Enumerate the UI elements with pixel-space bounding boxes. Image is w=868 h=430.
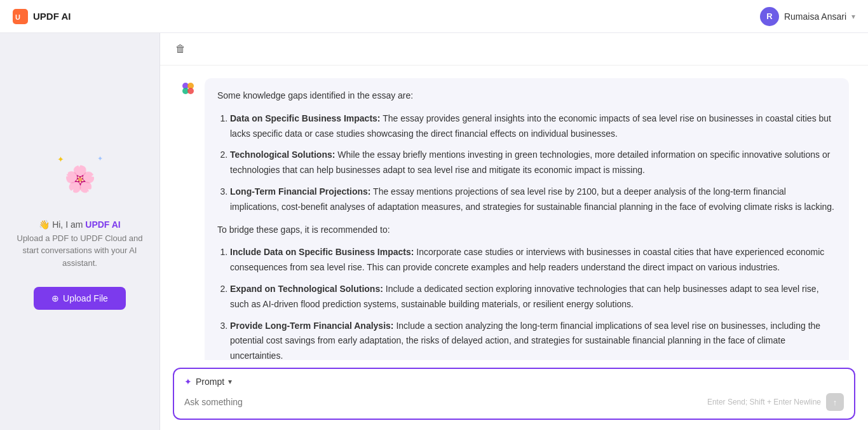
- user-name: Rumaisa Ansari: [784, 11, 846, 22]
- greeting-text: 👋 Hi, I am UPDF AI: [39, 219, 121, 230]
- chat-input-area: ✦ Prompt ▾ Enter Send; Shift + Enter New…: [160, 360, 868, 430]
- upload-file-button[interactable]: ⊕ Upload File: [34, 287, 126, 310]
- input-top-row: ✦ Prompt ▾: [184, 377, 844, 387]
- recommendations-list: Include Data on Specific Business Impact…: [217, 245, 836, 360]
- list-item: Long-Term Financial Projections: The ess…: [230, 184, 836, 215]
- upload-icon: ⊕: [51, 293, 59, 303]
- list-item: Expand on Technological Solutions: Inclu…: [230, 282, 836, 312]
- chevron-down-icon: ▾: [851, 12, 855, 21]
- list-item: Provide Long-Term Financial Analysis: In…: [230, 319, 836, 360]
- list-item: Data on Specific Business Impacts: The e…: [230, 111, 836, 142]
- gap-title-1: Data on Specific Business Impacts:: [230, 113, 381, 123]
- intro-text: Some knowledge gaps identified in the es…: [217, 88, 836, 104]
- gap-title-3: Long-Term Financial Projections:: [230, 186, 370, 197]
- message-body: Some knowledge gaps identified in the es…: [205, 78, 849, 360]
- knowledge-gaps-list: Data on Specific Business Impacts: The e…: [217, 111, 836, 215]
- ai-icon-container: ✦ ✦ 🌸: [55, 153, 105, 204]
- ai-message: Some knowledge gaps identified in the es…: [179, 78, 849, 360]
- logo: U UPDF AI: [13, 9, 71, 24]
- chat-messages[interactable]: Some knowledge gaps identified in the es…: [160, 66, 868, 360]
- sparkle-top-right-icon: ✦: [97, 155, 103, 163]
- prompt-dropdown-button[interactable]: ▾: [228, 377, 232, 386]
- chat-container: 🗑 Some knowledge gaps identified in the: [160, 33, 868, 430]
- main-layout: ✦ ✦ 🌸 👋 Hi, I am UPDF AI Upload a PDF to…: [0, 33, 868, 430]
- input-box: ✦ Prompt ▾ Enter Send; Shift + Enter New…: [173, 368, 855, 420]
- list-item: Include Data on Specific Business Impact…: [230, 245, 836, 275]
- chat-toolbar: 🗑: [160, 33, 868, 66]
- logo-text: UPDF AI: [33, 11, 71, 22]
- updf-logo-icon: U: [13, 9, 28, 24]
- send-icon: ↑: [833, 398, 837, 407]
- input-row: Enter Send; Shift + Enter Newline ↑: [184, 393, 844, 411]
- rec-title-1: Include Data on Specific Business Impact…: [230, 247, 414, 257]
- prompt-label: Prompt: [196, 377, 224, 387]
- brand-name: UPDF AI: [85, 219, 120, 230]
- header: U UPDF AI R Rumaisa Ansari ▾: [0, 0, 868, 33]
- upload-label: Upload File: [63, 293, 108, 303]
- svg-point-6: [187, 88, 194, 94]
- user-menu[interactable]: R Rumaisa Ansari ▾: [760, 7, 855, 26]
- ask-input[interactable]: [184, 397, 707, 407]
- rec-title-2: Expand on Technological Solutions:: [230, 284, 383, 294]
- send-button[interactable]: ↑: [826, 393, 844, 411]
- ai-avatar-icon: [179, 80, 197, 97]
- user-avatar: R: [760, 7, 779, 26]
- sidebar-description: Upload a PDF to UPDF Cloud and start con…: [13, 232, 147, 270]
- list-item: Technological Solutions: While the essay…: [230, 148, 836, 178]
- rec-title-3: Provide Long-Term Financial Analysis:: [230, 321, 394, 331]
- sparkle-top-left-icon: ✦: [57, 155, 64, 164]
- svg-text:U: U: [15, 13, 20, 21]
- sparkle-icon: ✦: [184, 377, 192, 387]
- svg-rect-2: [179, 80, 197, 97]
- gap-title-2: Technological Solutions:: [230, 149, 335, 160]
- input-hint: Enter Send; Shift + Enter Newline: [707, 398, 821, 406]
- flower-icon: 🌸: [64, 163, 96, 193]
- sidebar: ✦ ✦ 🌸 👋 Hi, I am UPDF AI Upload a PDF to…: [0, 33, 160, 430]
- delete-chat-button[interactable]: 🗑: [173, 41, 188, 57]
- bridge-text: To bridge these gaps, it is recommended …: [217, 223, 836, 238]
